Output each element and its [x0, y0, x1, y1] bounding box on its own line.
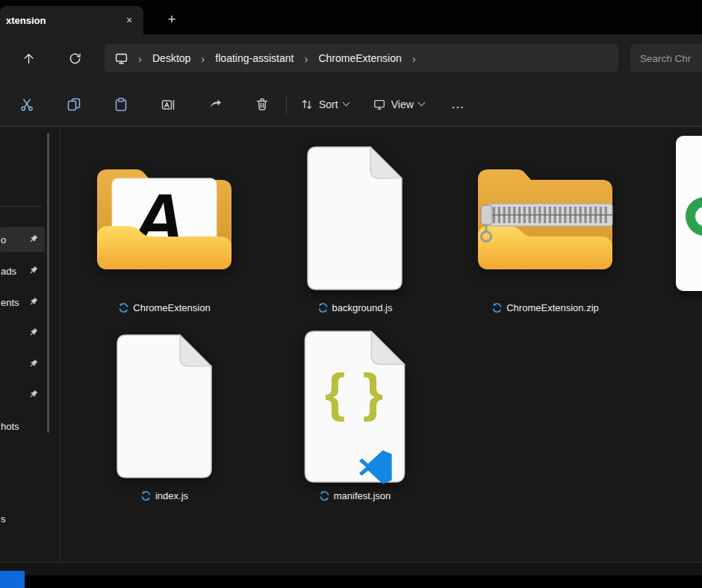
view-icon [373, 98, 386, 111]
file-name: index.js [155, 490, 188, 501]
search-text: Search Chr [640, 53, 691, 64]
sidebar-item[interactable] [0, 351, 45, 377]
pin-icon [28, 234, 38, 244]
file-tile-partial[interactable] [676, 136, 702, 291]
file-name: background.js [332, 302, 393, 313]
paste-button[interactable] [112, 96, 130, 113]
rename-icon [161, 97, 176, 112]
paste-icon [114, 97, 128, 112]
rename-button[interactable] [159, 96, 177, 113]
file-name: ChromeExtension.zip [506, 302, 599, 313]
command-bar: Sort View … [0, 82, 702, 127]
sidebar-scrollbar[interactable] [47, 133, 49, 433]
sidebar-item-label: hots [0, 421, 19, 432]
pin-icon [28, 297, 38, 307]
file-tile-manifest-json[interactable]: { } manifest.json [261, 330, 448, 501]
this-pc-icon [115, 52, 128, 65]
taskbar-highlight [0, 571, 25, 588]
explorer-tab[interactable]: xtension × [0, 6, 143, 34]
sidebar-item-label: ads [0, 266, 16, 277]
trash-icon [255, 97, 270, 112]
folder-icon: A [90, 160, 239, 277]
content-area: o ads ents [0, 127, 702, 562]
toolbar-divider [286, 95, 287, 114]
sidebar-item-label: o [0, 234, 6, 245]
breadcrumb[interactable]: › Desktop › floating-assistant › ChromeE… [105, 44, 618, 72]
sidebar-item[interactable] [0, 320, 45, 345]
status-bar [0, 562, 702, 575]
file-name: manifest.json [334, 490, 391, 501]
sidebar-item-label: ents [0, 297, 19, 308]
tab-title: xtension [0, 15, 119, 26]
file-explorer-window: xtension × + › [0, 0, 702, 588]
breadcrumb-separator: › [138, 52, 142, 65]
json-braces-glyph: { } [294, 363, 415, 422]
sidebar-item[interactable]: ads [0, 258, 45, 284]
delete-button[interactable] [253, 96, 271, 113]
new-tab-button[interactable]: + [161, 9, 182, 30]
chevron-down-icon [417, 99, 425, 107]
tab-strip: xtension × + [0, 0, 702, 34]
breadcrumb-separator: › [201, 52, 205, 65]
taskbar-strip [0, 575, 702, 588]
chrome-logo-partial-icon [686, 197, 702, 236]
pin-icon [28, 359, 38, 369]
sidebar-item-label: s [0, 513, 6, 525]
sort-button[interactable]: Sort [300, 98, 349, 111]
more-options-button[interactable]: … [451, 96, 465, 112]
sidebar-item[interactable] [0, 382, 45, 407]
share-button[interactable] [206, 96, 224, 113]
breadcrumb-item-chromeextension[interactable]: ChromeExtension [318, 52, 401, 64]
sidebar-item[interactable]: s [0, 506, 45, 531]
sync-icon [319, 490, 330, 501]
file-tile-background-js[interactable]: background.js [261, 142, 448, 313]
breadcrumb-item-floating-assistant[interactable]: floating-assistant [215, 52, 293, 64]
copy-icon [66, 97, 81, 112]
vscode-logo-icon [358, 450, 393, 484]
copy-button[interactable] [65, 96, 83, 113]
chevron-down-icon [342, 99, 350, 107]
sidebar-section-divider [0, 206, 42, 207]
document-icon [299, 146, 411, 291]
cut-button[interactable] [18, 96, 36, 113]
scissors-icon [19, 97, 34, 112]
refresh-button[interactable] [64, 48, 85, 69]
pin-icon [28, 390, 38, 399]
sync-icon [140, 490, 152, 501]
sync-icon [118, 302, 129, 313]
navigation-bar: › Desktop › floating-assistant › ChromeE… [0, 34, 702, 82]
sort-label: Sort [319, 98, 338, 110]
view-button[interactable]: View [373, 98, 424, 111]
refresh-icon [68, 51, 82, 66]
sidebar-item[interactable]: ents [0, 290, 45, 315]
share-icon [208, 97, 223, 112]
sidebar-content-divider [60, 127, 60, 562]
sync-icon [491, 302, 503, 313]
breadcrumb-separator: › [412, 52, 416, 65]
sidebar-item[interactable]: hots [0, 413, 45, 439]
file-tile-chromeextension-folder[interactable]: A ChromeExtension [71, 142, 258, 313]
sync-icon [317, 302, 329, 313]
breadcrumb-item-desktop[interactable]: Desktop [152, 52, 190, 64]
search-box[interactable]: Search Chr [630, 44, 702, 72]
breadcrumb-separator: › [304, 52, 308, 65]
pin-icon [28, 328, 38, 337]
sort-icon [300, 98, 314, 111]
up-button[interactable] [18, 48, 39, 69]
view-label: View [391, 98, 414, 110]
pin-icon [28, 266, 38, 275]
file-tile-chromeextension-zip[interactable]: ChromeExtension.zip [452, 142, 639, 313]
zip-folder-icon [470, 160, 620, 277]
up-arrow-icon [22, 51, 36, 66]
file-name: ChromeExtension [133, 302, 210, 313]
tab-close-button[interactable]: × [119, 10, 139, 30]
document-icon [108, 334, 220, 479]
file-tile-index-js[interactable]: index.js [71, 330, 258, 501]
sidebar-item[interactable]: o [0, 227, 45, 252]
